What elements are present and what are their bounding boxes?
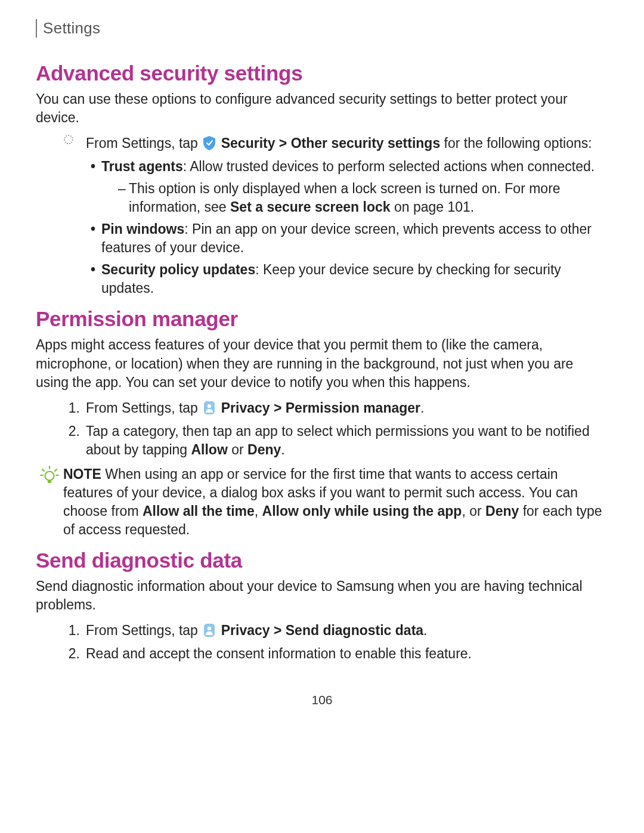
svg-line-4 xyxy=(42,469,44,471)
heading-send-diagnostic: Send diagnostic data xyxy=(36,549,608,572)
svg-point-11 xyxy=(208,627,211,630)
cross-ref-lock-screen[interactable]: Set a secure screen lock xyxy=(230,199,391,215)
svg-rect-9 xyxy=(48,481,51,483)
sec1-bullet-pin-windows: • Pin windows: Pin an app on your device… xyxy=(36,220,608,257)
breadcrumb-wrap: Settings xyxy=(36,19,608,38)
breadcrumb: Settings xyxy=(43,19,100,37)
privacy-icon xyxy=(202,623,217,638)
sec3-step2: 2. Read and accept the consent informati… xyxy=(36,645,608,663)
shield-icon xyxy=(202,135,217,151)
sec1-intro: You can use these options to configure a… xyxy=(36,90,608,127)
svg-point-0 xyxy=(64,135,73,144)
sec1-trust-agents-sub: – This option is only displayed when a l… xyxy=(36,179,608,216)
sec1-bullet-trust-agents: • Trust agents: Allow trusted devices to… xyxy=(36,157,608,176)
sec2-step1: 1. From Settings, tap Privacy > Permissi… xyxy=(36,399,608,417)
heading-advanced-security: Advanced security settings xyxy=(36,61,608,85)
page-number: 106 xyxy=(36,693,608,707)
svg-point-8 xyxy=(45,471,54,480)
sec2-intro: Apps might access features of your devic… xyxy=(36,336,608,391)
sec1-lead: From Settings, tap Security > Other secu… xyxy=(36,134,608,153)
sec3-step1: 1. From Settings, tap Privacy > Send dia… xyxy=(36,621,608,640)
svg-line-5 xyxy=(55,469,57,471)
svg-point-2 xyxy=(208,404,211,407)
sec3-intro: Send diagnostic information about your d… xyxy=(36,577,608,614)
privacy-icon xyxy=(202,400,217,416)
sec2-note: NOTE When using an app or service for th… xyxy=(36,465,608,539)
dotted-circle-icon xyxy=(63,134,86,145)
sec1-bullet-policy-updates: • Security policy updates: Keep your dev… xyxy=(36,261,608,298)
heading-permission-manager: Permission manager xyxy=(36,307,608,331)
manual-page: Settings Advanced security settings You … xyxy=(0,0,644,731)
tip-bulb-icon xyxy=(36,465,63,485)
sec2-step2: 2. Tap a category, then tap an app to se… xyxy=(36,422,608,459)
